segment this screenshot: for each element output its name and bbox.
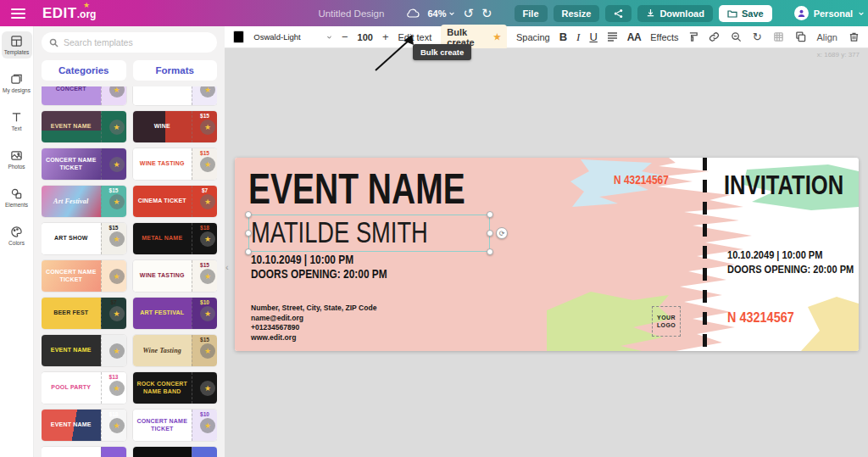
selection-handle-se[interactable] xyxy=(487,248,493,255)
template-thumb[interactable]: ROCK CONCERT NAME BAND★ xyxy=(133,372,218,404)
line-spacing-icon[interactable] xyxy=(607,31,618,42)
avatar[interactable] xyxy=(794,6,809,20)
design-canvas[interactable]: x: 1689 y: 377 ‹ EVENT NAME MATILDE SMIT… xyxy=(225,48,868,457)
redo-icon[interactable]: ↻ xyxy=(481,7,492,20)
selection-handle-sw[interactable] xyxy=(245,248,252,255)
bold-button[interactable]: B xyxy=(559,31,567,43)
format-painter-icon[interactable] xyxy=(688,31,699,42)
sidebar-item-text[interactable]: Text xyxy=(2,108,32,135)
template-thumb[interactable]: CONCERT★ xyxy=(42,86,126,105)
premium-star-badge: ★ xyxy=(200,381,215,396)
template-thumb[interactable]: EVENT NAME xyxy=(133,447,218,457)
share-button[interactable] xyxy=(605,5,632,22)
file-button[interactable]: File xyxy=(515,5,548,22)
sidebar-item-photos[interactable]: Photos xyxy=(2,146,32,173)
template-thumb[interactable]: Wine Tasting$15★ xyxy=(133,335,218,366)
italic-button[interactable]: I xyxy=(576,31,580,44)
templates-icon xyxy=(10,35,23,47)
template-stub: $10★ xyxy=(192,298,217,329)
chevron-down-icon[interactable] xyxy=(858,10,865,17)
search-box[interactable] xyxy=(42,32,217,53)
template-thumb[interactable]: Art Festival$15★ xyxy=(42,186,126,217)
template-thumb[interactable]: WINE TASTING$15★ xyxy=(133,148,218,180)
template-title: BEER FEST xyxy=(53,309,88,316)
search-input[interactable] xyxy=(64,37,209,47)
ticket-number-text[interactable]: N 43214567 xyxy=(614,173,669,187)
template-thumb[interactable]: BEER FEST$7★ xyxy=(42,298,126,329)
selection-handle-ne[interactable] xyxy=(487,211,493,218)
selection-box[interactable] xyxy=(248,215,490,252)
zoom-out-icon[interactable] xyxy=(731,31,742,42)
stub-ticket-number-text[interactable]: N 43214567 xyxy=(727,309,794,326)
duplicate-icon[interactable] xyxy=(795,31,806,42)
text-case-button[interactable]: AA xyxy=(627,31,641,43)
template-thumb[interactable]: ART Festival$10★ xyxy=(133,298,218,329)
template-price: $10 xyxy=(200,299,209,305)
effects-button[interactable]: Effects xyxy=(650,32,678,42)
template-preview: CONCERT NAME TICKET xyxy=(42,260,101,292)
template-thumb[interactable]: POOL PARTY$13★ xyxy=(42,372,126,404)
delete-icon[interactable] xyxy=(849,31,860,42)
link-icon[interactable] xyxy=(709,31,720,42)
panel-collapse-icon[interactable]: ‹ xyxy=(225,262,229,272)
logo-placeholder[interactable]: YOUR LOGO xyxy=(652,306,681,337)
template-scroll-area[interactable]: CONCERT★$19★EVENT NAME★WINE$15★Concert N… xyxy=(42,86,217,457)
template-thumb[interactable]: Concert Name Ticket★ xyxy=(42,148,126,180)
event-name-text[interactable]: EVENT NAME xyxy=(248,168,465,210)
sidebar-item-templates[interactable]: Templates xyxy=(2,31,32,59)
text-color-swatch[interactable] xyxy=(233,31,244,43)
edit-text-button[interactable]: Edit text xyxy=(398,32,432,42)
template-thumb[interactable]: CINEMA TICKET$7★ xyxy=(133,186,218,217)
sidebar-item-colors[interactable]: Colors xyxy=(2,222,32,249)
logo-star-icon: ★ xyxy=(83,1,90,9)
undo-icon[interactable]: ↺ xyxy=(463,7,474,20)
datetime-text[interactable]: 10.10.2049 | 10:00 PM DOORS OPENING: 20:… xyxy=(251,253,387,281)
account-name[interactable]: Personal xyxy=(814,8,853,19)
align-button[interactable]: Align xyxy=(817,32,837,42)
rotate-icon[interactable]: ↻ xyxy=(753,31,762,43)
template-thumb[interactable]: CONCERT NAME TICKET$10★ xyxy=(133,410,218,441)
font-size-value[interactable]: 100 xyxy=(358,32,373,42)
font-size-increase-button[interactable]: + xyxy=(382,31,389,43)
sidebar-item-my-designs[interactable]: My designs xyxy=(2,70,32,97)
template-thumb[interactable]: WINE$15★ xyxy=(133,111,218,142)
spacing-button[interactable]: Spacing xyxy=(516,32,550,42)
sidebar-item-elements[interactable]: Elements xyxy=(2,184,32,211)
template-preview: Wine Tasting xyxy=(133,335,192,366)
ticket-design[interactable]: EVENT NAME MATILDE SMITH 10.10.2049 | 10… xyxy=(235,158,859,351)
save-button[interactable]: Save xyxy=(719,5,772,22)
categories-button[interactable]: Categories xyxy=(42,60,126,81)
template-price: $15 xyxy=(109,187,119,193)
chevron-down-icon[interactable] xyxy=(326,34,332,41)
contact-block[interactable]: Number, Street, City, State, ZIP Code na… xyxy=(251,303,376,342)
selection-handle-w[interactable] xyxy=(245,230,252,237)
selection-handle-nw[interactable] xyxy=(245,211,252,218)
template-stub: $15★ xyxy=(192,335,217,366)
stub-datetime-text[interactable]: 10.10.2049 | 10:00 PM DOORS OPENING: 20:… xyxy=(727,248,854,276)
template-thumb[interactable]: CONCERT NAME TICKET★ xyxy=(42,260,126,292)
zoom-level[interactable]: 64% xyxy=(427,8,455,19)
template-thumb[interactable]: WINE TASTING$15★ xyxy=(133,260,218,292)
template-price: $18 xyxy=(200,225,209,231)
resize-button[interactable]: Resize xyxy=(554,5,600,22)
download-button[interactable]: Download xyxy=(637,5,713,22)
font-size-decrease-button[interactable]: − xyxy=(342,31,348,43)
template-thumb[interactable]: EVENT NAME$18★ xyxy=(42,410,126,441)
template-thumb[interactable]: ART xyxy=(42,447,126,457)
app-logo[interactable]: EDIT ★ .org xyxy=(42,5,96,22)
underline-button[interactable]: U xyxy=(589,31,597,43)
template-thumb[interactable]: $19★ xyxy=(133,86,218,105)
template-thumb[interactable]: EVENT NAME★ xyxy=(42,111,126,142)
menu-icon[interactable] xyxy=(0,8,36,19)
rotate-handle[interactable]: ⟳ xyxy=(496,227,508,239)
template-thumb[interactable]: EVENT NAME★ xyxy=(42,335,126,366)
template-preview: POOL PARTY xyxy=(42,372,101,404)
stub-title-text[interactable]: INVITATION xyxy=(724,171,843,198)
transparency-icon[interactable] xyxy=(773,31,784,42)
selection-handle-e[interactable] xyxy=(487,230,493,237)
formats-button[interactable]: Formats xyxy=(133,60,218,81)
font-family-select[interactable]: Oswald-Light xyxy=(253,32,317,42)
template-stub: $15★ xyxy=(101,223,126,254)
template-thumb[interactable]: ART SHOW$15★ xyxy=(42,223,126,254)
template-thumb[interactable]: METAL NAME$18★ xyxy=(133,223,218,254)
